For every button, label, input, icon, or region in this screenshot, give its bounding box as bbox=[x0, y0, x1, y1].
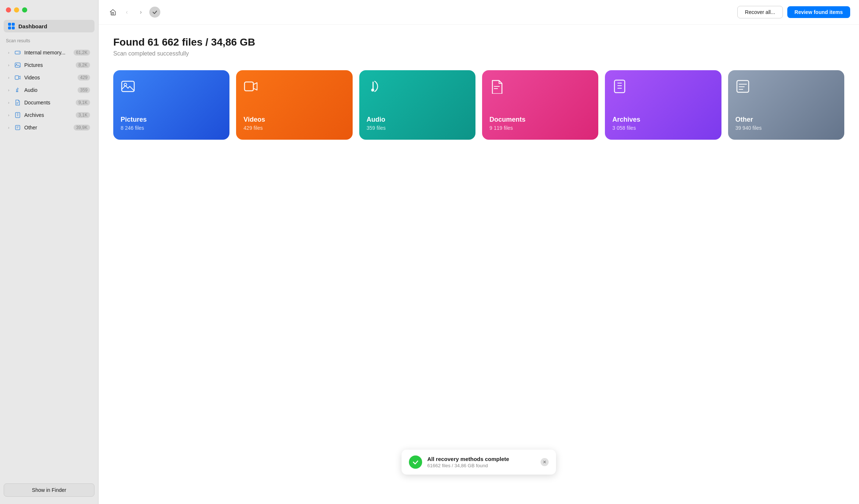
svg-rect-18 bbox=[245, 82, 253, 91]
other-card-body: Other 39 940 files bbox=[735, 116, 837, 131]
toast-subtitle: 61662 files / 34,86 GB found bbox=[427, 463, 535, 468]
svg-rect-4 bbox=[15, 76, 19, 79]
category-card-videos[interactable]: Videos 429 files bbox=[236, 70, 352, 140]
main-content: ‹ › Recover all... Review found items Fo… bbox=[99, 0, 859, 504]
sidebar: Dashboard Scan results › Internal memory… bbox=[0, 0, 99, 504]
svg-point-6 bbox=[17, 91, 18, 92]
toast-notification: All recovery methods complete 61662 file… bbox=[402, 450, 556, 475]
dashboard-button[interactable]: Dashboard bbox=[4, 20, 95, 32]
sidebar-item-label: Archives bbox=[24, 112, 76, 118]
archives-card-name: Archives bbox=[612, 116, 714, 124]
svg-rect-16 bbox=[122, 81, 134, 92]
chevron-icon: › bbox=[8, 100, 13, 105]
sidebar-item-label: Videos bbox=[24, 75, 78, 81]
toast-close-button[interactable]: ✕ bbox=[541, 458, 549, 466]
svg-rect-2 bbox=[15, 63, 20, 67]
sidebar-item-audio[interactable]: › Audio 359 bbox=[2, 84, 96, 96]
maximize-button[interactable] bbox=[22, 7, 27, 12]
archives-icon bbox=[14, 111, 21, 119]
traffic-lights bbox=[0, 0, 98, 18]
videos-card-count: 429 files bbox=[243, 125, 345, 131]
videos-card-body: Videos 429 files bbox=[243, 116, 345, 131]
pictures-card-icon bbox=[121, 79, 222, 94]
navigation-controls: ‹ › bbox=[107, 7, 160, 18]
sidebar-item-count: 429 bbox=[78, 75, 90, 81]
videos-card-icon bbox=[243, 79, 345, 94]
archives-card-body: Archives 3 058 files bbox=[612, 116, 714, 131]
sidebar-item-label: Other bbox=[24, 125, 74, 131]
chevron-icon: › bbox=[8, 125, 13, 130]
scan-results-heading: Scan results bbox=[0, 38, 98, 46]
pictures-card-count: 8 246 files bbox=[121, 125, 222, 131]
category-card-pictures[interactable]: Pictures 8 246 files bbox=[113, 70, 229, 140]
show-in-finder-button[interactable]: Show in Finder bbox=[4, 483, 95, 497]
sidebar-item-pictures[interactable]: › Pictures 8,2K bbox=[2, 59, 96, 71]
scan-subtitle: Scan completed successfully bbox=[113, 50, 844, 57]
videos-card-name: Videos bbox=[243, 116, 345, 124]
forward-button[interactable]: › bbox=[135, 7, 146, 18]
status-check-icon bbox=[149, 7, 160, 18]
audio-card-body: Audio 359 files bbox=[367, 116, 468, 131]
archives-card-count: 3 058 files bbox=[612, 125, 714, 131]
sidebar-item-internal-memory[interactable]: › Internal memory... 61,2K bbox=[2, 47, 96, 58]
svg-rect-13 bbox=[15, 125, 20, 130]
other-card-icon bbox=[735, 79, 837, 94]
documents-card-name: Documents bbox=[489, 116, 591, 124]
hdd-icon bbox=[14, 49, 21, 56]
documents-card-body: Documents 9 119 files bbox=[489, 116, 591, 131]
category-card-archives[interactable]: Archives 3 058 files bbox=[605, 70, 721, 140]
category-grid: Pictures 8 246 files Videos 429 files bbox=[113, 70, 844, 140]
category-card-other[interactable]: Other 39 940 files bbox=[728, 70, 844, 140]
found-title: Found 61 662 files / 34,86 GB bbox=[113, 36, 844, 48]
sidebar-item-count: 8,2K bbox=[76, 62, 90, 68]
minimize-button[interactable] bbox=[14, 7, 19, 12]
documents-card-count: 9 119 files bbox=[489, 125, 591, 131]
pictures-card-body: Pictures 8 246 files bbox=[121, 116, 222, 131]
sidebar-item-videos[interactable]: › Videos 429 bbox=[2, 72, 96, 83]
svg-rect-9 bbox=[15, 112, 20, 118]
sidebar-item-label: Documents bbox=[24, 100, 76, 106]
sidebar-item-count: 61,2K bbox=[74, 50, 90, 56]
sidebar-item-count: 39,9K bbox=[74, 125, 90, 131]
recover-all-button[interactable]: Recover all... bbox=[737, 6, 783, 18]
other-icon bbox=[14, 124, 21, 131]
dashboard-label: Dashboard bbox=[18, 23, 47, 29]
svg-point-5 bbox=[16, 91, 17, 92]
videos-icon bbox=[14, 74, 21, 81]
sidebar-item-documents[interactable]: › Documents 9,1K bbox=[2, 97, 96, 108]
sidebar-item-count: 3,1K bbox=[76, 112, 90, 118]
sidebar-item-label: Internal memory... bbox=[24, 50, 74, 56]
sidebar-item-label: Pictures bbox=[24, 62, 76, 68]
documents-card-icon bbox=[489, 79, 591, 94]
archives-card-icon bbox=[612, 79, 714, 94]
sidebar-item-count: 9,1K bbox=[76, 100, 90, 106]
audio-card-count: 359 files bbox=[367, 125, 468, 131]
category-card-documents[interactable]: Documents 9 119 files bbox=[482, 70, 598, 140]
other-card-name: Other bbox=[735, 116, 837, 124]
close-button[interactable] bbox=[6, 7, 11, 12]
chevron-icon: › bbox=[8, 63, 13, 67]
pictures-card-name: Pictures bbox=[121, 116, 222, 124]
chevron-icon: › bbox=[8, 113, 13, 117]
toast-check-icon bbox=[409, 455, 422, 469]
sidebar-item-count: 359 bbox=[78, 87, 90, 93]
sidebar-item-archives[interactable]: › Archives 3,1K bbox=[2, 109, 96, 121]
sidebar-item-other[interactable]: › Other 39,9K bbox=[2, 122, 96, 133]
dashboard-icon bbox=[8, 23, 15, 29]
review-found-items-button[interactable]: Review found items bbox=[787, 6, 850, 18]
toast-text: All recovery methods complete 61662 file… bbox=[427, 456, 535, 468]
svg-rect-22 bbox=[614, 80, 625, 93]
svg-point-1 bbox=[19, 52, 19, 53]
toast-title: All recovery methods complete bbox=[427, 456, 535, 462]
audio-card-name: Audio bbox=[367, 116, 468, 124]
chevron-icon: › bbox=[8, 50, 13, 55]
toolbar: ‹ › Recover all... Review found items bbox=[99, 0, 859, 25]
content-area: Found 61 662 files / 34,86 GB Scan compl… bbox=[99, 25, 859, 504]
home-button[interactable] bbox=[107, 7, 118, 18]
back-button[interactable]: ‹ bbox=[121, 7, 132, 18]
documents-icon bbox=[14, 99, 21, 106]
category-card-audio[interactable]: Audio 359 files bbox=[359, 70, 475, 140]
chevron-icon: › bbox=[8, 75, 13, 80]
svg-point-19 bbox=[371, 89, 374, 92]
audio-card-icon bbox=[367, 79, 468, 94]
